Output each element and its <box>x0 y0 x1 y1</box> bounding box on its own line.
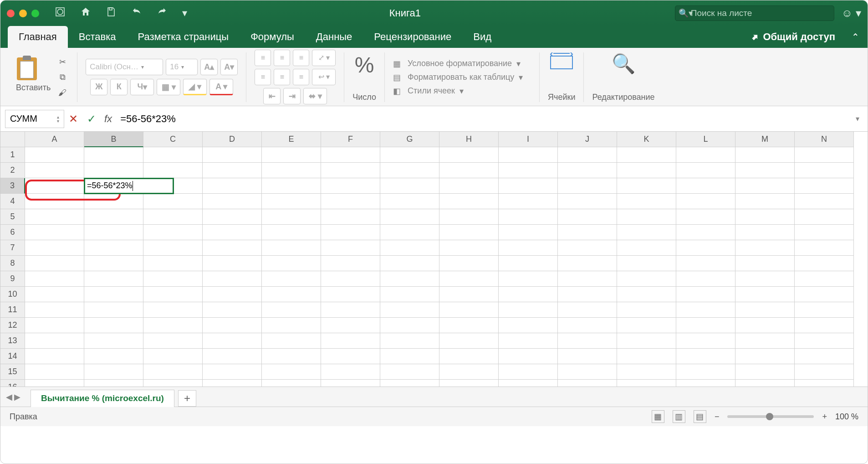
cell[interactable] <box>676 302 735 318</box>
cell[interactable] <box>262 225 321 240</box>
cell[interactable] <box>25 194 84 209</box>
cell[interactable] <box>262 364 321 380</box>
cell[interactable] <box>380 225 439 240</box>
cell[interactable] <box>558 163 617 178</box>
find-icon[interactable]: 🔍 <box>612 52 635 75</box>
cell[interactable] <box>795 380 854 387</box>
row-header[interactable]: 9 <box>0 271 25 287</box>
cell[interactable] <box>795 287 854 302</box>
cell[interactable] <box>262 349 321 364</box>
cell[interactable] <box>617 271 676 287</box>
cell[interactable] <box>558 333 617 349</box>
cell[interactable] <box>262 302 321 318</box>
cell[interactable] <box>25 349 84 364</box>
column-header[interactable]: G <box>380 132 439 147</box>
column-header[interactable]: D <box>203 132 262 147</box>
cell[interactable] <box>499 225 558 240</box>
column-header[interactable]: H <box>439 132 499 147</box>
cell[interactable] <box>617 209 676 225</box>
cell[interactable] <box>439 256 499 271</box>
cell[interactable] <box>499 209 558 225</box>
cell[interactable] <box>321 225 380 240</box>
select-all-corner[interactable] <box>0 132 25 147</box>
row-header[interactable]: 3 <box>0 178 25 194</box>
cell[interactable] <box>380 349 439 364</box>
cell[interactable] <box>617 364 676 380</box>
cell[interactable] <box>499 240 558 256</box>
cell[interactable] <box>380 194 439 209</box>
cell[interactable] <box>735 147 795 163</box>
cell[interactable] <box>499 364 558 380</box>
cell[interactable] <box>84 364 143 380</box>
cell[interactable] <box>499 178 558 194</box>
underline-button[interactable]: Ч ▾ <box>130 79 154 95</box>
worksheet-grid[interactable]: ABCDEFGHIJKLMN123=56-56*23%4567891011121… <box>0 132 868 387</box>
cell[interactable] <box>143 333 203 349</box>
cell[interactable] <box>321 318 380 333</box>
cell[interactable] <box>203 287 262 302</box>
cell[interactable] <box>25 240 84 256</box>
cell[interactable] <box>143 318 203 333</box>
cell[interactable] <box>795 333 854 349</box>
cell[interactable] <box>617 349 676 364</box>
next-sheet-icon[interactable]: ▶ <box>14 392 20 402</box>
row-header[interactable]: 6 <box>0 225 25 240</box>
row-header[interactable]: 1 <box>0 147 25 163</box>
cell[interactable] <box>795 147 854 163</box>
autosave-icon[interactable] <box>52 5 68 22</box>
cell[interactable] <box>143 240 203 256</box>
cell[interactable] <box>499 318 558 333</box>
percent-icon[interactable]: % <box>355 52 374 77</box>
save-icon[interactable] <box>103 5 119 22</box>
column-header[interactable]: I <box>499 132 558 147</box>
row-header[interactable]: 13 <box>0 333 25 349</box>
cell[interactable] <box>380 178 439 194</box>
cell[interactable] <box>439 318 499 333</box>
cell[interactable] <box>676 364 735 380</box>
cell[interactable] <box>617 380 676 387</box>
cell[interactable] <box>735 240 795 256</box>
column-header[interactable]: F <box>321 132 380 147</box>
cell[interactable] <box>617 240 676 256</box>
row-header[interactable]: 11 <box>0 302 25 318</box>
cell[interactable] <box>25 380 84 387</box>
cell[interactable] <box>321 240 380 256</box>
cell[interactable] <box>558 318 617 333</box>
tab-formulas[interactable]: Формулы <box>240 26 305 48</box>
row-header[interactable]: 7 <box>0 240 25 256</box>
cell[interactable] <box>439 302 499 318</box>
home-icon[interactable] <box>77 5 94 22</box>
cell[interactable] <box>203 163 262 178</box>
cell[interactable] <box>84 147 143 163</box>
cell[interactable] <box>676 209 735 225</box>
cell[interactable] <box>676 147 735 163</box>
cell[interactable] <box>735 271 795 287</box>
cell[interactable] <box>84 225 143 240</box>
cell[interactable] <box>795 318 854 333</box>
cell[interactable] <box>499 271 558 287</box>
italic-button[interactable]: К <box>110 79 128 95</box>
cell[interactable] <box>558 178 617 194</box>
column-header[interactable]: E <box>262 132 321 147</box>
cell[interactable] <box>676 225 735 240</box>
column-header[interactable]: J <box>558 132 617 147</box>
cell[interactable] <box>25 364 84 380</box>
border-button[interactable]: ▦ ▾ <box>157 79 180 95</box>
cell[interactable] <box>499 147 558 163</box>
decrease-indent-icon[interactable]: ⇤ <box>263 88 281 104</box>
cell[interactable] <box>439 240 499 256</box>
page-layout-view-icon[interactable]: ▥ <box>673 410 685 423</box>
cell[interactable] <box>676 256 735 271</box>
cell[interactable] <box>735 380 795 387</box>
cell[interactable] <box>84 287 143 302</box>
feedback-icon[interactable]: ☺ ▾ <box>842 7 861 20</box>
cell[interactable] <box>25 147 84 163</box>
row-header[interactable]: 12 <box>0 318 25 333</box>
cell-styles-button[interactable]: ◧Стили ячеек ▾ <box>393 86 523 96</box>
cell[interactable] <box>676 318 735 333</box>
cell[interactable] <box>558 380 617 387</box>
cell[interactable] <box>321 163 380 178</box>
cell[interactable] <box>262 380 321 387</box>
zoom-in-icon[interactable]: + <box>822 412 827 422</box>
cell[interactable] <box>795 364 854 380</box>
